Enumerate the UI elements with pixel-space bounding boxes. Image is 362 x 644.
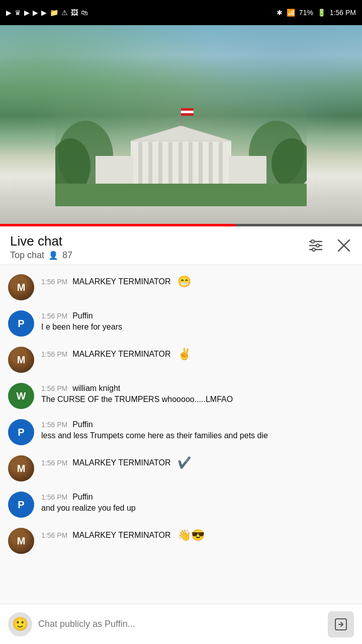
svg-rect-6 — [138, 142, 142, 185]
svg-rect-7 — [148, 142, 152, 185]
svg-rect-9 — [168, 142, 172, 185]
video-progress-bar[interactable] — [0, 224, 362, 226]
message-time: 1:56 PM — [41, 459, 67, 467]
message-content: 1:56 PM Puffin less and less Trumpets co… — [41, 419, 354, 441]
message-content: 1:56 PM Puffin I e been here for years — [41, 310, 354, 333]
avatar: P — [8, 492, 34, 518]
avatar: M — [8, 455, 34, 481]
chat-input-bar: 🙂 — [0, 604, 362, 644]
svg-rect-16 — [96, 156, 133, 186]
svg-rect-22 — [181, 113, 194, 116]
status-bar-icons: ▶ ♛ ▶ ▶ ▶ 📁 ⚠ 🖼 🛍 — [6, 9, 88, 17]
message-author: MALARKEY TERMINATOR — [72, 350, 170, 359]
emoji-button[interactable]: 🙂 — [8, 612, 32, 636]
message-content: 1:56 PM MALARKEY TERMINATOR ✌️ — [41, 347, 354, 362]
crown-icon: ♛ — [15, 9, 21, 17]
list-item: M 1:56 PM MALARKEY TERMINATOR ✌️ — [0, 342, 362, 378]
clock: 1:56 PM — [330, 9, 356, 17]
chat-header: Live chat Top chat 👤 87 — [0, 226, 362, 265]
wifi-icon: 📶 — [287, 9, 295, 17]
battery-icon: 🔋 — [317, 9, 326, 17]
list-item: W 1:56 PM william knight The CURSE OF th… — [0, 378, 362, 414]
chat-title: Live chat — [10, 233, 72, 249]
message-text: The CURSE OF the TRUMPERS whooooo.....LM… — [41, 394, 354, 405]
message-author: william knight — [72, 384, 120, 393]
list-item: M 1:56 PM MALARKEY TERMINATOR 😁 — [0, 269, 362, 305]
bag-icon: 🛍 — [81, 9, 88, 17]
youtube-icon2: ▶ — [33, 9, 38, 17]
list-item: M 1:56 PM MALARKEY TERMINATOR ✔️ — [0, 450, 362, 487]
message-meta: 1:56 PM Puffin — [41, 311, 354, 320]
message-time: 1:56 PM — [41, 312, 67, 320]
message-time: 1:56 PM — [41, 350, 67, 358]
message-meta: 1:56 PM MALARKEY TERMINATOR ✌️ — [41, 348, 354, 361]
message-emoji: 👋😎 — [177, 529, 205, 542]
warning-icon: ⚠ — [61, 9, 68, 17]
svg-point-26 — [311, 240, 314, 243]
avatar: M — [8, 274, 34, 300]
send-button[interactable] — [328, 611, 354, 637]
message-author: MALARKEY TERMINATOR — [72, 458, 170, 467]
smiley-icon: 🙂 — [12, 616, 28, 632]
youtube-icon3: ▶ — [41, 9, 47, 17]
status-bar-right: ✱ 📶 71% 🔋 1:56 PM — [277, 9, 356, 17]
svg-rect-17 — [229, 156, 266, 186]
message-meta: 1:56 PM MALARKEY TERMINATOR ✔️ — [41, 456, 354, 469]
avatar: W — [8, 383, 34, 409]
youtube-icon: ▶ — [24, 9, 30, 17]
svg-rect-14 — [219, 142, 223, 185]
svg-rect-13 — [209, 142, 213, 185]
filter-button[interactable] — [308, 237, 324, 257]
message-author: MALARKEY TERMINATOR — [72, 531, 170, 540]
svg-rect-8 — [158, 142, 162, 185]
avatar: M — [8, 528, 34, 554]
message-meta: 1:56 PM MALARKEY TERMINATOR 😁 — [41, 275, 354, 288]
svg-point-27 — [316, 244, 319, 247]
message-content: 1:56 PM william knight The CURSE OF the … — [41, 383, 354, 405]
message-author: Puffin — [72, 311, 93, 320]
chat-messages-list: M 1:56 PM MALARKEY TERMINATOR 😁 P 1:56 P… — [0, 265, 362, 602]
message-meta: 1:56 PM Puffin — [41, 420, 354, 429]
message-content: 1:56 PM MALARKEY TERMINATOR 👋😎 — [41, 528, 354, 543]
message-author: MALARKEY TERMINATOR — [72, 277, 170, 286]
list-item: M 1:56 PM MALARKEY TERMINATOR 👋😎 — [0, 523, 362, 559]
message-content: 1:56 PM Puffin and you realize you fed u… — [41, 492, 354, 514]
svg-rect-21 — [181, 111, 194, 113]
message-text: I e been here for years — [41, 321, 354, 333]
list-item: P 1:56 PM Puffin and you realize you fed… — [0, 487, 362, 523]
viewer-count: 87 — [62, 250, 72, 261]
svg-rect-11 — [189, 142, 193, 185]
message-emoji: ✔️ — [177, 456, 191, 469]
svg-rect-10 — [178, 142, 183, 185]
viewer-icon: 👤 — [48, 251, 58, 260]
message-content: 1:56 PM MALARKEY TERMINATOR ✔️ — [41, 455, 354, 470]
list-item: P 1:56 PM Puffin less and less Trumpets … — [0, 414, 362, 450]
message-time: 1:56 PM — [41, 278, 67, 286]
svg-rect-18 — [55, 184, 307, 206]
video-player[interactable] — [0, 25, 362, 226]
bluetooth-icon: ✱ — [277, 9, 283, 17]
play-icon: ▶ — [6, 9, 12, 17]
avatar: P — [8, 310, 34, 337]
message-time: 1:56 PM — [41, 493, 67, 501]
message-author: Puffin — [72, 493, 93, 502]
chat-header-right — [308, 237, 352, 257]
message-text: less and less Trumpets come here as thei… — [41, 430, 354, 441]
video-progress-fill — [0, 224, 235, 226]
message-emoji: 😁 — [177, 275, 191, 288]
message-meta: 1:56 PM Puffin — [41, 493, 354, 502]
message-time: 1:56 PM — [41, 384, 67, 392]
message-meta: 1:56 PM MALARKEY TERMINATOR 👋😎 — [41, 529, 354, 542]
folder-icon: 📁 — [50, 9, 58, 17]
chat-input[interactable] — [38, 612, 322, 636]
status-bar: ▶ ♛ ▶ ▶ ▶ 📁 ⚠ 🖼 🛍 ✱ 📶 71% 🔋 1:56 PM — [0, 0, 362, 25]
list-item: P 1:56 PM Puffin I e been here for years — [0, 305, 362, 342]
message-content: 1:56 PM MALARKEY TERMINATOR 😁 — [41, 274, 354, 289]
whitehouse-image — [55, 106, 307, 206]
chat-header-left: Live chat Top chat 👤 87 — [10, 233, 72, 261]
chat-subtitle: Top chat 👤 87 — [10, 250, 72, 261]
top-chat-label: Top chat — [10, 250, 44, 261]
svg-point-28 — [312, 248, 315, 251]
message-text: and you realize you fed up — [41, 503, 354, 514]
close-button[interactable] — [336, 237, 352, 257]
